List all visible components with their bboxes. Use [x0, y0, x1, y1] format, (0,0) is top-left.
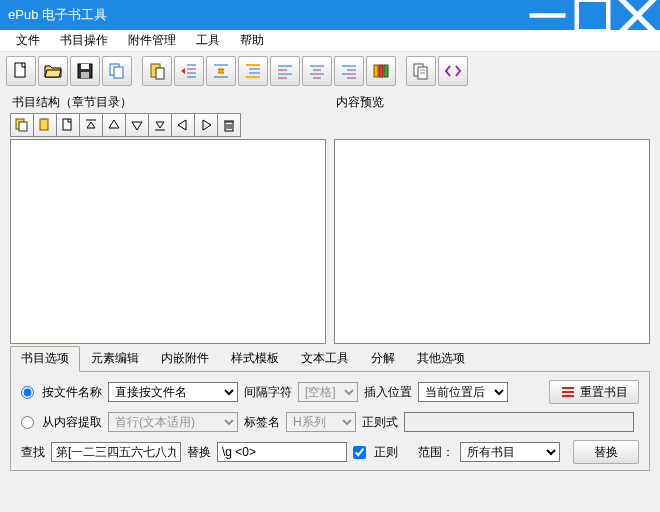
maximize-button[interactable]	[570, 0, 615, 30]
label-by-filename: 按文件名称	[42, 384, 102, 401]
tree-bottom-button[interactable]	[148, 113, 172, 137]
copy-button[interactable]	[102, 56, 132, 86]
svg-marker-50	[87, 122, 95, 128]
open-icon	[43, 61, 63, 81]
copy-icon	[14, 117, 30, 133]
tab-other[interactable]: 其他选项	[406, 346, 476, 371]
delete-icon	[221, 117, 237, 133]
svg-rect-11	[156, 68, 164, 79]
radio-by-filename[interactable]	[21, 386, 34, 399]
tree-up-button[interactable]	[102, 113, 126, 137]
options-area: 书目选项 元素编辑 内嵌附件 样式模板 文本工具 分解 其他选项 按文件名称 直…	[0, 346, 660, 477]
books-button[interactable]	[366, 56, 396, 86]
svg-marker-56	[203, 120, 211, 130]
replace-label: 替换	[187, 444, 211, 461]
menu-help[interactable]: 帮助	[230, 30, 274, 51]
svg-marker-52	[132, 122, 142, 130]
app-title: ePub 电子书工具	[8, 6, 525, 24]
tab-split[interactable]: 分解	[360, 346, 406, 371]
svg-rect-1	[577, 0, 609, 31]
tree-right-button[interactable]	[194, 113, 218, 137]
menu-file[interactable]: 文件	[6, 30, 50, 51]
tab-book-options[interactable]: 书目选项	[10, 346, 80, 372]
menu-attach[interactable]: 附件管理	[118, 30, 186, 51]
new-button[interactable]	[6, 56, 36, 86]
svg-rect-9	[114, 67, 123, 78]
svg-marker-16	[181, 68, 185, 74]
tree-listbox[interactable]	[10, 139, 326, 344]
pages-icon	[411, 61, 431, 81]
menu-tools[interactable]: 工具	[186, 30, 230, 51]
preview-box[interactable]	[334, 139, 650, 344]
reset-label: 重置书目	[580, 384, 628, 401]
save-button[interactable]	[70, 56, 100, 86]
tab-element-edit[interactable]: 元素编辑	[80, 346, 150, 371]
paste-button[interactable]	[142, 56, 172, 86]
move-up-icon	[106, 117, 122, 133]
tab-style-template[interactable]: 样式模板	[220, 346, 290, 371]
regex-label: 正则式	[362, 414, 398, 431]
align-center-button[interactable]	[302, 56, 332, 86]
tag-label: 标签名	[244, 414, 280, 431]
code-icon	[443, 61, 463, 81]
paste-icon	[147, 61, 167, 81]
sep-label: 间隔字符	[244, 384, 292, 401]
move-down-icon	[129, 117, 145, 133]
align-left-icon	[275, 61, 295, 81]
replace-input[interactable]	[217, 442, 347, 462]
find-input[interactable]	[51, 442, 181, 462]
close-button[interactable]	[615, 0, 660, 30]
tree-panel: 书目结构（章节目录）	[10, 94, 326, 344]
svg-rect-47	[42, 118, 46, 120]
menu-book[interactable]: 书目操作	[50, 30, 118, 51]
find-label: 查找	[21, 444, 45, 461]
content-mode-select[interactable]: 首行(文本适用)	[108, 412, 238, 432]
tree-copy-button[interactable]	[10, 113, 34, 137]
tree-paste-button[interactable]	[33, 113, 57, 137]
align-right-button[interactable]	[334, 56, 364, 86]
tab-bar: 书目选项 元素编辑 内嵌附件 样式模板 文本工具 分解 其他选项	[10, 346, 650, 372]
pages-button[interactable]	[406, 56, 436, 86]
indent-b-button[interactable]	[238, 56, 268, 86]
align-center-icon	[307, 61, 327, 81]
svg-rect-7	[81, 72, 89, 78]
tree-delete-button[interactable]	[217, 113, 241, 137]
indent-a-button[interactable]	[206, 56, 236, 86]
books-icon	[371, 61, 391, 81]
filename-mode-select[interactable]: 直接按文件名	[108, 382, 238, 402]
tree-top-button[interactable]	[79, 113, 103, 137]
new-icon	[11, 61, 31, 81]
align-right-icon	[339, 61, 359, 81]
insert-select[interactable]: 当前位置后	[418, 382, 508, 402]
move-left-icon	[175, 117, 191, 133]
scope-label: 范围：	[418, 444, 454, 461]
paste-icon	[37, 117, 53, 133]
minimize-button[interactable]	[525, 0, 570, 30]
tag-select[interactable]: H系列	[286, 412, 356, 432]
tree-down-button[interactable]	[125, 113, 149, 137]
tab-embed-attach[interactable]: 内嵌附件	[150, 346, 220, 371]
reset-book-button[interactable]: 重置书目	[549, 380, 639, 404]
tree-new-button[interactable]	[56, 113, 80, 137]
replace-button[interactable]: 替换	[573, 440, 639, 464]
svg-rect-37	[374, 65, 378, 77]
radio-by-content[interactable]	[21, 416, 34, 429]
tree-title: 书目结构（章节目录）	[10, 94, 326, 111]
sep-select[interactable]: [空格]	[298, 382, 358, 402]
copy-icon	[107, 61, 127, 81]
open-button[interactable]	[38, 56, 68, 86]
list-icon	[560, 385, 576, 399]
align-left-button[interactable]	[270, 56, 300, 86]
title-bar: ePub 电子书工具	[0, 0, 660, 30]
tab-text-tools[interactable]: 文本工具	[290, 346, 360, 371]
preview-title: 内容预览	[334, 94, 650, 111]
tree-left-button[interactable]	[171, 113, 195, 137]
regex-input[interactable]	[404, 412, 634, 432]
regex-checkbox[interactable]	[353, 446, 366, 459]
outdent-button[interactable]	[174, 56, 204, 86]
label-by-content: 从内容提取	[42, 414, 102, 431]
scope-select[interactable]: 所有书目	[460, 442, 560, 462]
book-options-panel: 按文件名称 直接按文件名 间隔字符 [空格] 插入位置 当前位置后 重置书目 从…	[10, 372, 650, 471]
code-button[interactable]	[438, 56, 468, 86]
svg-marker-55	[178, 120, 186, 130]
